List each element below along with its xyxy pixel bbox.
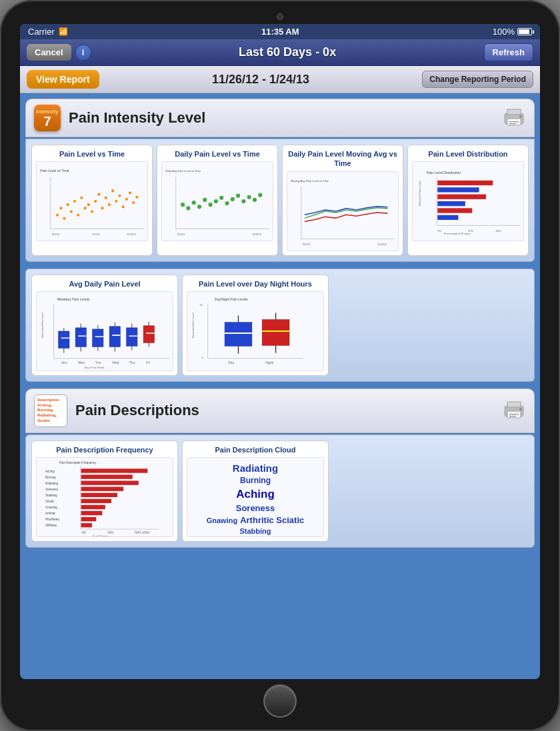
svg-point-49 [236, 194, 240, 198]
svg-text:Stiffness: Stiffness [45, 524, 57, 528]
svg-text:Gnawing: Gnawing [45, 506, 57, 509]
badge-number: 7 [43, 115, 51, 128]
svg-rect-136 [81, 469, 148, 473]
svg-rect-67 [437, 201, 465, 206]
svg-text:Recorded Pain Level: Recorded Pain Level [191, 313, 195, 338]
svg-rect-3 [509, 121, 519, 123]
svg-point-51 [247, 195, 251, 199]
chart3-content: Moving Avg Pain Level vs Time 0/2/12 [287, 171, 399, 251]
svg-text:Mon: Mon [78, 361, 85, 365]
svg-rect-142 [81, 487, 124, 491]
svg-text:Stabbing: Stabbing [45, 494, 57, 497]
nav-bar: Cancel i Last 60 Days - 0x Refresh [20, 39, 540, 66]
svg-point-47 [225, 201, 229, 205]
svg-text:0%: 0% [82, 532, 87, 535]
wc-word-soreness: Soreness [236, 502, 275, 514]
chart-day-night-pain[interactable]: Pain Level over Day Night Hours Day/Nigh… [182, 275, 329, 376]
nav-left-group: Cancel i [27, 44, 91, 61]
svg-text:Day of the Week: Day of the Week [84, 366, 105, 369]
svg-point-23 [105, 197, 107, 199]
intensity-charts-row1: Pain Level vs Time Pain Level vs Time [25, 139, 535, 262]
desc-section-header: DescriptionAching,Burning,Radiating,Scia… [25, 388, 535, 433]
refresh-button[interactable]: Refresh [484, 43, 533, 61]
svg-point-18 [87, 203, 90, 206]
svg-text:1/1/13: 1/1/13 [92, 233, 100, 236]
svg-rect-94 [127, 328, 137, 347]
svg-rect-131 [509, 416, 516, 417]
svg-rect-86 [93, 329, 103, 347]
svg-point-132 [519, 408, 522, 410]
svg-rect-98 [143, 326, 154, 343]
svg-rect-138 [81, 475, 133, 479]
chart-freq[interactable]: Pain Description Frequency Pain Descript… [31, 440, 178, 542]
svg-point-9 [56, 214, 59, 217]
svg-point-52 [253, 198, 257, 202]
svg-rect-68 [437, 209, 472, 213]
chart2-title: Daily Pain Level vs Time [161, 149, 273, 159]
wc-title: Pain Description Cloud [187, 445, 324, 454]
svg-point-21 [97, 193, 100, 196]
chart1-content: Pain Level vs Time [36, 161, 148, 241]
wc-content: Radiating Burning Aching Soreness Gnawin… [187, 457, 324, 537]
desc-print-icon[interactable] [502, 400, 526, 420]
chart1-title: Pain Level vs Time [36, 149, 148, 159]
svg-rect-66 [437, 195, 486, 199]
svg-rect-130 [509, 414, 519, 415]
freq-title: Pain Description Frequency [36, 445, 173, 454]
svg-text:Sun: Sun [61, 361, 67, 365]
chart-pain-level-vs-time[interactable]: Pain Level vs Time Pain Level vs Time [31, 145, 153, 256]
sub-bar: View Report 11/26/12 - 1/24/13 Change Re… [20, 66, 540, 93]
chart4-content: Pain Level Distribution 0% [412, 161, 524, 241]
svg-text:40%: 40% [108, 532, 114, 535]
svg-rect-150 [81, 511, 103, 515]
svg-text:1/24/13: 1/24/13 [127, 233, 137, 236]
desc-charts: Pain Description Frequency Pain Descript… [25, 434, 535, 548]
desc-badge-text: DescriptionAching,Burning,Radiating,Scia… [37, 398, 64, 424]
svg-text:Pain Description Frequency: Pain Description Frequency [59, 461, 97, 464]
svg-point-19 [91, 211, 93, 213]
svg-text:Reported Pain Level: Reported Pain Level [418, 181, 421, 207]
cancel-button[interactable]: Cancel [27, 44, 71, 61]
chart-word-cloud[interactable]: Pain Description Cloud Radiating Burning… [182, 440, 329, 542]
chart5-title: Avg Daily Pain Level [36, 279, 173, 289]
wc-word-radiating: Radiating [233, 461, 278, 475]
info-button[interactable]: i [75, 45, 91, 61]
chart-moving-avg-vs-time[interactable]: Daily Pain Level Moving Avg vs Time Movi… [282, 145, 403, 256]
svg-rect-90 [109, 327, 120, 347]
svg-point-25 [111, 190, 114, 193]
svg-text:Daily Avg Pain Level vs Time: Daily Avg Pain Level vs Time [165, 170, 201, 173]
chart-daily-pain-level-vs-time[interactable]: Daily Pain Level vs Time Daily Avg Pain … [157, 145, 278, 256]
svg-text:0: 0 [201, 356, 203, 359]
svg-text:Fri: Fri [146, 361, 150, 365]
chart3-title: Daily Pain Level Moving Avg vs Time [287, 149, 399, 169]
chart6-title: Pain Level over Day Night Hours [187, 279, 324, 289]
svg-point-10 [59, 207, 62, 210]
chart2-content: Daily Avg Pain Level vs Time [161, 161, 273, 241]
svg-point-48 [231, 197, 235, 201]
svg-rect-82 [75, 328, 86, 347]
print-icon[interactable] [502, 108, 526, 128]
chart4-title: Pain Level Distribution [412, 149, 524, 159]
svg-rect-4 [509, 123, 516, 125]
home-button[interactable] [263, 684, 297, 718]
nav-title: Last 60 Days - 0x [239, 45, 336, 59]
svg-point-15 [77, 214, 79, 217]
desc-section-title: Pain Descriptions [75, 402, 502, 419]
svg-point-43 [203, 198, 207, 202]
svg-rect-146 [81, 499, 111, 503]
change-period-button[interactable]: Change Reporting Period [422, 71, 533, 88]
view-report-button[interactable]: View Report [27, 70, 99, 89]
svg-point-26 [115, 200, 117, 203]
svg-point-40 [186, 207, 190, 211]
svg-text:10: 10 [199, 303, 203, 307]
intensity-badge: Intensity 7 [34, 105, 61, 131]
svg-text:Night: Night [265, 361, 273, 365]
svg-text:Soreness: Soreness [45, 488, 59, 491]
wc-word-burning: Burning [240, 475, 271, 486]
chart-avg-daily-pain[interactable]: Avg Daily Pain Level Weekday Pain Levels [31, 275, 178, 376]
chart6-content: Day/Night Pain Levels [187, 291, 324, 371]
clock: 11:35 AM [261, 27, 299, 37]
chart-pain-level-distribution[interactable]: Pain Level Distribution Pain Level Distr… [407, 145, 529, 256]
svg-rect-114 [225, 323, 252, 347]
tablet-camera [277, 13, 283, 20]
